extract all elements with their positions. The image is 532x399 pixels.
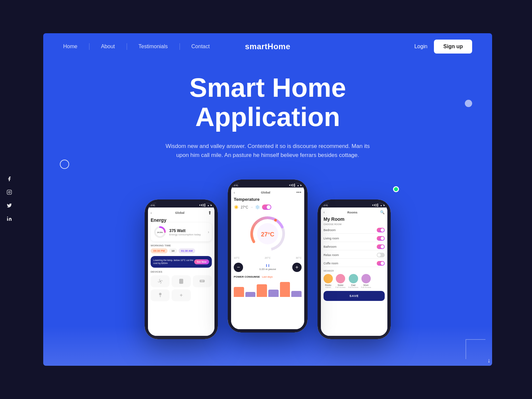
- arrow-right-icon: →: [250, 205, 253, 209]
- time-pill-start: 09:30 PM: [151, 248, 168, 253]
- nav-testimonials[interactable]: Testimonials: [139, 44, 168, 49]
- global-label: Global: [175, 211, 185, 214]
- add-icon: +: [180, 292, 183, 298]
- temp-icons-row: ☀️ 27°C → ❄️: [234, 204, 302, 210]
- phone-energy-status-icons: ▲ ▮: [200, 203, 212, 207]
- room-back-button[interactable]: ‹: [324, 210, 325, 214]
- temp-toggle[interactable]: [262, 204, 271, 210]
- bathroom-toggle[interactable]: [377, 244, 385, 249]
- phone-temp-time: 9:41: [234, 184, 238, 187]
- bedroom-toggle[interactable]: [377, 228, 385, 232]
- temp-top-label: 20°C: [265, 256, 271, 259]
- temp-center: 27°C: [261, 231, 274, 238]
- room-item-coffee: Coffe room: [324, 260, 385, 267]
- member-avatar-dad: [349, 274, 358, 283]
- temp-labels-row: 10°C 20°C 30°C: [234, 256, 302, 259]
- relax-toggle[interactable]: [377, 253, 385, 257]
- living-label: Living room: [324, 237, 339, 240]
- device-icon-ac: [193, 275, 212, 287]
- signal-t-4: [294, 184, 295, 187]
- signup-button[interactable]: Sign up: [434, 40, 472, 54]
- speaker-icon: [178, 278, 184, 284]
- phone-energy-time: 9:41: [151, 204, 155, 206]
- time-pill-end: 01:30 AM: [179, 248, 196, 253]
- nav-right: Login Sign up: [414, 40, 472, 54]
- member-avatar-sister: [336, 274, 345, 283]
- nav-divider: [89, 43, 89, 50]
- bar-3: [257, 284, 267, 297]
- room-title: My Room: [324, 216, 385, 222]
- signal-bar-1: [200, 204, 200, 206]
- coffee-toggle[interactable]: [377, 261, 385, 266]
- ctrl-time: ❙❙ 1:23 m pause: [259, 264, 276, 271]
- twitter-icon[interactable]: [7, 203, 12, 209]
- phones-section: 9:41 ▲ ▮ ‹ Global ⬆: [43, 166, 492, 332]
- fan-icon: [157, 278, 163, 284]
- device-icon-lamp: [151, 289, 170, 301]
- nav-divider-3: [180, 43, 180, 50]
- bar-5: [280, 282, 290, 297]
- facebook-icon[interactable]: [7, 176, 12, 183]
- member-name-restu: Restu: [324, 284, 333, 286]
- temp-plus-button[interactable]: +: [292, 263, 302, 272]
- svg-rect-8: [200, 280, 205, 282]
- login-button[interactable]: Login: [414, 44, 427, 50]
- energy-chevron: ›: [208, 230, 209, 234]
- room-nav-label: Rooms: [347, 211, 357, 214]
- phone-energy: 9:41 ▲ ▮ ‹ Global ⬆: [145, 200, 218, 339]
- back-button[interactable]: ‹: [151, 211, 152, 215]
- toggle-dot: [267, 205, 271, 209]
- power-section-label: POWER CONSUMSE Last days: [234, 275, 302, 278]
- svg-rect-21: [7, 218, 8, 221]
- phone-temp-status-icons: ▲ ▮: [289, 184, 302, 187]
- signal-t-3: [293, 184, 293, 187]
- phone-temperature-screen: 9:41 ▲ ▮ ‹ Global •••: [228, 180, 308, 332]
- svg-point-3: [159, 280, 161, 282]
- bar-2: [245, 292, 256, 297]
- living-toggle[interactable]: [377, 236, 385, 241]
- instagram-icon[interactable]: [7, 190, 12, 196]
- phone-energy-nav: ‹ Global ⬆: [151, 210, 212, 215]
- phone-myroom-screen: 9:41 ▲ ▮ ‹ Rooms 🔍: [318, 200, 391, 339]
- temp-back-button[interactable]: ‹: [234, 191, 235, 195]
- battery-icon: ▮: [210, 204, 212, 206]
- hero-subtitle: Wisdom new and valley answer. Contented …: [161, 142, 374, 160]
- linkedin-icon[interactable]: [7, 216, 12, 223]
- corner-decoration: ↓: [466, 339, 485, 359]
- device-icon-add[interactable]: +: [172, 289, 191, 301]
- member-role-dad: Full Access: [348, 286, 358, 288]
- nav-about[interactable]: About: [101, 44, 115, 49]
- bar-4: [268, 290, 279, 297]
- bedroom-label: Bedroom: [324, 228, 336, 232]
- devices-label: DEVICES: [151, 270, 212, 273]
- member-restu: Restu Admin: [324, 274, 333, 288]
- svg-rect-18: [7, 190, 11, 194]
- main-container: Home About Testimonials Contact smartHom…: [43, 33, 492, 366]
- promo-button[interactable]: See Now: [194, 259, 209, 264]
- signal-r-2: [374, 204, 375, 206]
- nav-home[interactable]: Home: [63, 44, 77, 49]
- member-sister: Sister Full Access: [335, 274, 345, 288]
- battery-t-icon: ▮: [300, 184, 302, 187]
- wifi-icon: ▲: [207, 204, 209, 206]
- signal-t-1: [289, 185, 290, 186]
- member-label: MEMBER: [324, 270, 385, 272]
- temp-minus-button[interactable]: −: [234, 263, 243, 272]
- power-bars: [234, 280, 302, 297]
- phone-energy-status-bar: 9:41 ▲ ▮: [148, 203, 214, 207]
- hero-title: Smart Home Application: [50, 73, 485, 132]
- svg-point-19: [8, 191, 10, 193]
- save-button[interactable]: SAVE: [324, 291, 385, 301]
- phone-temperature: 9:41 ▲ ▮ ‹ Global •••: [228, 180, 308, 332]
- nav-contact[interactable]: Contact: [192, 44, 210, 49]
- phone-room-time: 9:41: [324, 204, 328, 206]
- signal-r-3: [376, 204, 376, 206]
- search-icon[interactable]: 🔍: [380, 210, 385, 214]
- energy-donut-chart: 24.5%: [153, 225, 167, 239]
- signal-r-1: [372, 204, 373, 206]
- working-time-section: WORKING TIME 09:30 PM 10 01:30 AM: [151, 244, 212, 253]
- wifi-r-icon: ▲: [380, 204, 382, 206]
- energy-title: Energy: [151, 217, 212, 223]
- time-pill-mid: 10: [169, 248, 177, 253]
- signal-bar-4: [204, 203, 205, 207]
